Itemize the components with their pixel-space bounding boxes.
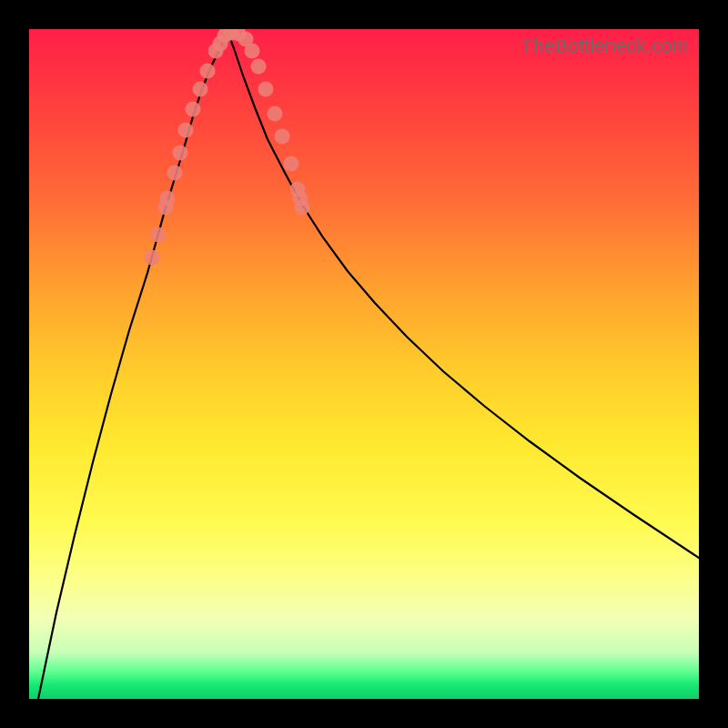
data-point <box>251 59 267 75</box>
data-point <box>275 129 290 145</box>
data-point <box>293 191 308 207</box>
curve-right-curve <box>228 32 699 558</box>
data-point <box>258 82 274 97</box>
data-point <box>245 44 260 59</box>
data-point <box>284 157 299 172</box>
data-point <box>178 123 194 138</box>
data-point <box>167 166 183 181</box>
curve-overlay <box>29 29 699 699</box>
data-point <box>151 228 167 243</box>
data-point <box>173 146 188 161</box>
chart-container: TheBottleneck.com <box>0 0 728 728</box>
data-point <box>145 250 160 266</box>
data-point <box>193 82 208 97</box>
curve-left-curve <box>38 32 228 699</box>
data-point <box>268 106 283 122</box>
data-point <box>200 64 216 79</box>
data-point <box>186 102 201 117</box>
data-point <box>160 191 176 207</box>
plot-area: TheBottleneck.com <box>29 29 699 699</box>
